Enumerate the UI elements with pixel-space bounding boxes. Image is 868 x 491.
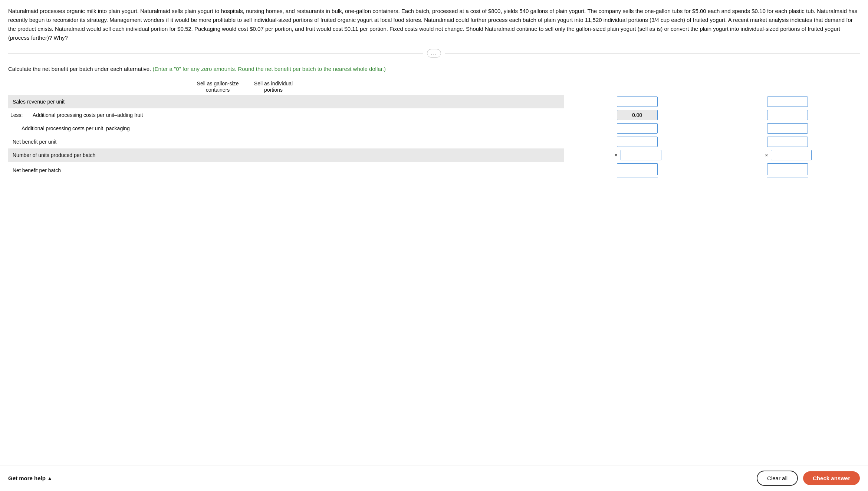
- col2-packaging-cell: [715, 122, 860, 135]
- table-row: Additional processing costs per unit–pac…: [8, 122, 860, 135]
- col2-net-benefit-batch-cell: [715, 162, 860, 179]
- col1-header: Sell as gallon-size: [194, 80, 242, 87]
- col-headers: Sell as gallon-size Sell as individual: [194, 80, 860, 87]
- col2-adding-fruit-cell: [715, 108, 860, 122]
- col1-sales-revenue-input[interactable]: [617, 96, 658, 107]
- row-label-units-per-batch: Number of units produced per batch: [8, 148, 564, 162]
- col2-adding-fruit-input[interactable]: [767, 110, 808, 120]
- col2-multiply-sign: ×: [763, 152, 769, 158]
- get-more-help-label: Get more help: [8, 475, 46, 481]
- table-area: Sell as gallon-size Sell as individual c…: [8, 80, 860, 179]
- clear-all-button[interactable]: Clear all: [757, 471, 798, 486]
- double-underline-1-col1: [617, 174, 658, 175]
- row-label-sales-revenue: Sales revenue per unit: [8, 95, 564, 108]
- divider-dots: ...: [427, 49, 441, 58]
- get-more-help-button[interactable]: Get more help ▲: [8, 475, 52, 481]
- data-table: Sales revenue per unit Less: Additional: [8, 95, 860, 179]
- row-label-adding-fruit: Less: Additional processing costs per un…: [8, 108, 564, 122]
- footer-buttons: Clear all Check answer: [757, 471, 860, 486]
- col1-sales-revenue-cell: [564, 95, 716, 108]
- footer-bar: Get more help ▲ Clear all Check answer: [0, 465, 868, 491]
- arrow-up-icon: ▲: [47, 475, 52, 481]
- double-underline-1-col2: [767, 174, 808, 175]
- col2-net-benefit-unit-cell: [715, 135, 860, 148]
- col2-subheader: portions: [249, 87, 297, 93]
- col2-units-per-batch-cell: ×: [715, 148, 860, 162]
- row-label-net-benefit-unit: Net benefit per unit: [8, 135, 564, 148]
- col1-net-benefit-batch-wrapper: [617, 163, 658, 177]
- row-label-net-benefit-batch: Net benefit per batch: [8, 162, 564, 179]
- col-subheaders: containers portions: [194, 87, 860, 93]
- table-row: Sales revenue per unit: [8, 95, 860, 108]
- problem-text: Naturalmaid processes organic milk into …: [8, 7, 860, 42]
- table-row: Number of units produced per batch × ×: [8, 148, 860, 162]
- col1-packaging-cell: [564, 122, 716, 135]
- double-underline-2-col2: [767, 176, 808, 177]
- instruction-text: Calculate the net benefit per batch unde…: [8, 66, 860, 72]
- col1-net-benefit-batch-cell: [564, 162, 716, 179]
- col1-units-per-batch-input[interactable]: [621, 150, 661, 160]
- col2-sales-revenue-cell: [715, 95, 860, 108]
- instruction-hint: (Enter a "0" for any zero amounts. Round…: [152, 66, 386, 72]
- col1-net-benefit-unit-cell: [564, 135, 716, 148]
- col1-adding-fruit-cell: [564, 108, 716, 122]
- divider-line-left: [8, 53, 423, 53]
- col2-header: Sell as individual: [249, 80, 297, 87]
- col2-sales-revenue-input[interactable]: [767, 96, 808, 107]
- double-underline-2-col1: [617, 176, 658, 177]
- table-row: Less: Additional processing costs per un…: [8, 108, 860, 122]
- col2-net-benefit-batch-input[interactable]: [767, 163, 808, 174]
- col1-packaging-input[interactable]: [617, 123, 658, 134]
- col2-net-benefit-batch-wrapper: [767, 163, 808, 177]
- row-label-packaging: Additional processing costs per unit–pac…: [8, 122, 564, 135]
- col2-net-benefit-unit-input[interactable]: [767, 137, 808, 147]
- col1-subheader: containers: [194, 87, 242, 93]
- table-row: Net benefit per unit: [8, 135, 860, 148]
- divider-line-right: [445, 53, 860, 53]
- instruction-main: Calculate the net benefit per batch unde…: [8, 66, 151, 72]
- main-content: Naturalmaid processes organic milk into …: [0, 0, 868, 465]
- col1-net-benefit-unit-input[interactable]: [617, 137, 658, 147]
- check-answer-button[interactable]: Check answer: [803, 471, 860, 485]
- col1-net-benefit-batch-input[interactable]: [617, 163, 658, 174]
- table-row: Net benefit per batch: [8, 162, 860, 179]
- col1-adding-fruit-input[interactable]: [617, 110, 658, 120]
- col1-multiply-sign: ×: [613, 152, 619, 158]
- col1-units-per-batch-cell: ×: [564, 148, 716, 162]
- col2-packaging-input[interactable]: [767, 123, 808, 134]
- col2-units-per-batch-input[interactable]: [771, 150, 812, 160]
- divider-row: ...: [8, 49, 860, 58]
